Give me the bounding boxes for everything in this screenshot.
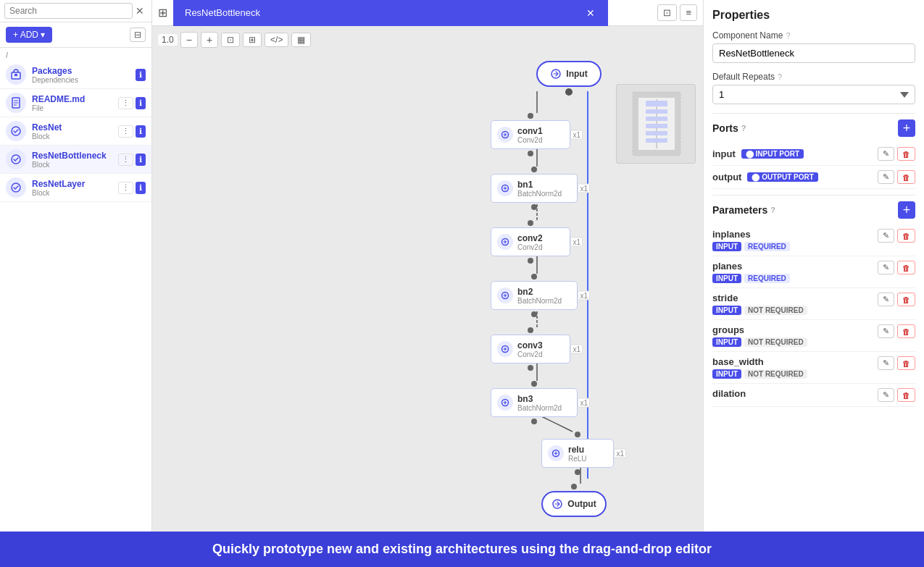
param-base-width-delete-button[interactable]: 🗑 [897, 356, 915, 370]
canvas-tab-close-button[interactable]: ✕ [585, 7, 596, 19]
port-input-actions: ✎ 🗑 [878, 147, 915, 161]
param-dilation-delete-button[interactable]: 🗑 [897, 388, 915, 402]
param-row-stride: stride INPUT NOT REQUIRED ✎ 🗑 [712, 288, 915, 320]
node-bn1[interactable]: bn1 BatchNorm2d x1 [491, 167, 578, 210]
map-view-button[interactable]: ▦ [291, 33, 311, 47]
param-planes-delete-button[interactable]: 🗑 [897, 261, 915, 274]
sidebar-section-label: / [0, 48, 151, 61]
sidebar-item-resnetlayer[interactable]: ResNetLayer Block ⋮ ℹ [0, 174, 151, 202]
node-conv1[interactable]: conv1 Conv2d x1 [491, 113, 570, 156]
zoom-level: 1.0 [158, 34, 178, 46]
param-groups-tag-input: INPUT [712, 337, 741, 347]
node-output[interactable]: Output [541, 484, 607, 517]
resnet-actions: ⋮ ℹ [118, 125, 146, 138]
port-input-delete-button[interactable]: 🗑 [897, 147, 915, 161]
readme-type: File [32, 104, 118, 112]
packages-name: Packages [32, 66, 136, 76]
resnetbottleneck-info-button[interactable]: ℹ [136, 154, 146, 166]
param-planes-tags: INPUT REQUIRED [712, 274, 790, 283]
param-groups-header: groups INPUT NOT REQUIRED ✎ 🗑 [712, 324, 915, 347]
layout-button[interactable]: ≡ [680, 4, 697, 21]
param-base-width-edit-button[interactable]: ✎ [878, 356, 894, 370]
search-clear-button[interactable]: ✕ [133, 4, 147, 18]
param-groups-edit-button[interactable]: ✎ [878, 324, 894, 338]
node-bn3[interactable]: bn3 BatchNorm2d x1 [491, 381, 578, 424]
sidebar-item-resnet[interactable]: ResNet Block ⋮ ℹ [0, 117, 151, 146]
sidebar-search-bar: ✕ [0, 0, 151, 22]
param-inplanes-delete-button[interactable]: 🗑 [897, 229, 915, 243]
sidebar-item-resnetbottleneck[interactable]: ResNetBottleneck Block ⋮ ℹ [0, 146, 151, 174]
canvas-viewport[interactable]: 1.0 − + ⊡ ⊞ </> ▦ [152, 26, 703, 532]
ports-title: Ports ? [712, 122, 746, 134]
resnetlayer-info-button[interactable]: ℹ [136, 182, 146, 194]
packages-info-button[interactable]: ℹ [136, 69, 146, 81]
resnetlayer-menu-button[interactable]: ⋮ [118, 182, 133, 194]
port-input-edit-button[interactable]: ✎ [878, 147, 894, 161]
canvas-tab[interactable]: ResNetBottleneck ✕ [173, 0, 608, 26]
readme-info-button[interactable]: ℹ [136, 97, 146, 109]
param-stride-edit-button[interactable]: ✎ [878, 293, 894, 306]
param-stride-header: stride INPUT NOT REQUIRED ✎ 🗑 [712, 293, 915, 315]
param-planes-edit-button[interactable]: ✎ [878, 261, 894, 274]
resnetbottleneck-menu-button[interactable]: ⋮ [118, 154, 133, 166]
resnetbottleneck-type: Block [32, 161, 118, 169]
fullscreen-button[interactable]: ⊡ [657, 4, 677, 21]
sidebar-view-toggle[interactable]: ⊟ [130, 28, 146, 42]
canvas-grid-button[interactable]: ⊞ [152, 3, 173, 22]
readme-actions: ⋮ ℹ [118, 97, 146, 109]
zoom-out-button[interactable]: − [180, 32, 198, 48]
search-input[interactable] [4, 3, 133, 19]
param-row-inplanes: inplanes INPUT REQUIRED ✎ 🗑 [712, 224, 915, 256]
resnet-info-button[interactable]: ℹ [136, 125, 146, 138]
packages-icon [6, 64, 26, 85]
node-bn2-name: bn2 [517, 287, 562, 297]
default-repeats-field: Default Repeats ? 1 [712, 72, 915, 104]
node-conv1-name: conv1 [517, 126, 543, 136]
parameters-title: Parameters ? [712, 204, 775, 216]
param-inplanes-name: inplanes [712, 229, 790, 240]
readme-menu-button[interactable]: ⋮ [118, 97, 133, 109]
sidebar-item-packages[interactable]: Packages Dependencies ℹ [0, 61, 151, 89]
param-inplanes-content: inplanes INPUT REQUIRED [712, 229, 790, 251]
resnet-menu-button[interactable]: ⋮ [118, 125, 133, 138]
node-conv1-type: Conv2d [517, 136, 543, 144]
resnetlayer-name: ResNetLayer [32, 179, 118, 189]
app-container: ✕ + ADD ▾ ⊟ / Packages Dependencies ℹ [0, 0, 924, 567]
param-groups-delete-button[interactable]: 🗑 [897, 324, 915, 338]
node-conv3-type: Conv2d [517, 350, 543, 358]
default-repeats-select[interactable]: 1 [712, 85, 915, 104]
resnetbottleneck-name: ResNetBottleneck [32, 151, 118, 161]
node-conv3[interactable]: conv3 Conv2d x1 [491, 327, 570, 371]
port-output-edit-button[interactable]: ✎ [878, 170, 894, 184]
add-button[interactable]: + ADD ▾ [6, 27, 52, 43]
param-groups-tag-notrequired: NOT REQUIRED [744, 337, 807, 347]
param-groups-tags: INPUT NOT REQUIRED [712, 337, 807, 347]
port-output-delete-button[interactable]: 🗑 [897, 170, 915, 184]
param-inplanes-edit-button[interactable]: ✎ [878, 229, 894, 243]
add-parameter-button[interactable]: + [898, 201, 915, 219]
node-conv2[interactable]: conv2 Conv2d x1 [491, 220, 570, 264]
param-stride-delete-button[interactable]: 🗑 [897, 293, 915, 306]
auto-layout-button[interactable]: ⊞ [243, 33, 262, 47]
svg-rect-17 [646, 131, 667, 135]
parameters-help-icon: ? [770, 206, 775, 214]
resnetlayer-actions: ⋮ ℹ [118, 182, 146, 194]
param-dilation-edit-button[interactable]: ✎ [878, 388, 894, 402]
node-bn3-name: bn3 [517, 394, 562, 404]
node-bn2[interactable]: bn2 BatchNorm2d x1 [491, 274, 578, 317]
param-inplanes-tags: INPUT REQUIRED [712, 242, 790, 251]
param-groups-name: groups [712, 324, 807, 335]
zoom-control-bar: 1.0 − + ⊡ ⊞ </> ▦ [158, 32, 311, 48]
code-view-button[interactable]: </> [265, 33, 288, 47]
component-name-input[interactable] [712, 43, 915, 63]
parameters-section-header: Parameters ? + [712, 201, 915, 219]
node-relu[interactable]: relu ReLU x1 [541, 432, 614, 475]
param-base-width-content: base_width INPUT NOT REQUIRED [712, 356, 807, 379]
sidebar-item-readme[interactable]: README.md File ⋮ ℹ [0, 89, 151, 117]
add-port-button[interactable]: + [898, 119, 915, 137]
zoom-in-button[interactable]: + [201, 32, 218, 48]
node-input[interactable]: Input [536, 61, 602, 96]
packages-type: Dependencies [32, 76, 136, 84]
zoom-fit-button[interactable]: ⊡ [221, 33, 240, 47]
canvas-toolbar-icons: ⊡ ≡ [652, 4, 703, 21]
